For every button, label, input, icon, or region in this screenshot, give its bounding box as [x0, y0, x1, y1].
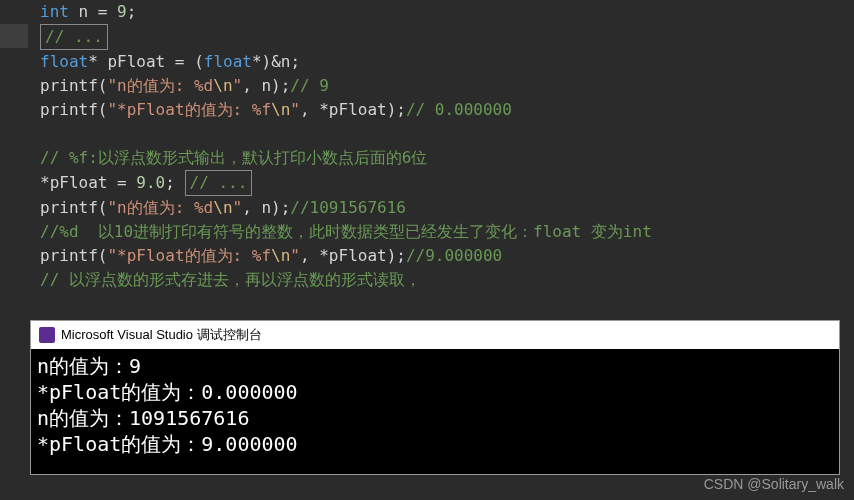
- code-line: printf("*pFloat的值为: %f\n", *pFloat);// 0…: [28, 98, 854, 122]
- gutter-highlight: [0, 24, 28, 48]
- watermark: CSDN @Solitary_walk: [704, 476, 844, 492]
- console-line: n的值为：9: [37, 353, 833, 379]
- vs-icon: [39, 327, 55, 343]
- code-line: // ...: [28, 24, 854, 50]
- code-line: float* pFloat = (float*)&n;: [28, 50, 854, 74]
- console-output[interactable]: n的值为：9 *pFloat的值为：0.000000 n的值为：10915676…: [31, 349, 839, 474]
- code-line: [28, 122, 854, 146]
- console-title-text: Microsoft Visual Studio 调试控制台: [61, 326, 262, 344]
- console-titlebar[interactable]: Microsoft Visual Studio 调试控制台: [31, 321, 839, 349]
- code-line: printf("n的值为: %d\n", n);//1091567616: [28, 196, 854, 220]
- debug-console-window: Microsoft Visual Studio 调试控制台 n的值为：9 *pF…: [30, 320, 840, 475]
- code-line: printf("*pFloat的值为: %f\n", *pFloat);//9.…: [28, 244, 854, 268]
- console-line: n的值为：1091567616: [37, 405, 833, 431]
- boxed-comment: // ...: [40, 24, 108, 50]
- code-line: int n = 9;: [28, 0, 854, 24]
- code-line: *pFloat = 9.0; // ...: [28, 170, 854, 196]
- code-line: //%d 以10进制打印有符号的整数，此时数据类型已经发生了变化：float 变…: [28, 220, 854, 244]
- console-line: *pFloat的值为：0.000000: [37, 379, 833, 405]
- code-line: // %f:以浮点数形式输出，默认打印小数点后面的6位: [28, 146, 854, 170]
- code-line: printf("n的值为: %d\n", n);// 9: [28, 74, 854, 98]
- code-line: // 以浮点数的形式存进去，再以浮点数的形式读取，: [28, 268, 854, 292]
- code-editor[interactable]: int n = 9; // ... float* pFloat = (float…: [0, 0, 854, 292]
- console-line: *pFloat的值为：9.000000: [37, 431, 833, 457]
- boxed-comment: // ...: [185, 170, 253, 196]
